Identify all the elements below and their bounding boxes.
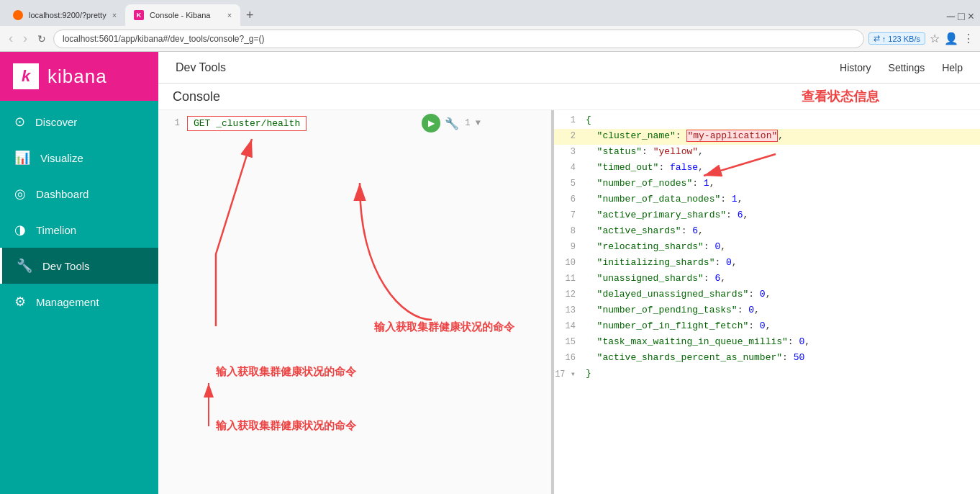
resp-line-15: 15 "task_max_waiting_in_queue_millis": 0…	[554, 335, 980, 351]
resp-content-3: "status": "yellow",	[583, 145, 707, 158]
line-id-1: 1 ▼	[465, 118, 481, 128]
network-speed: ↑ 123 KB/s	[882, 35, 920, 43]
dashboard-label: Dashboard	[36, 188, 89, 200]
sidebar-item-devtools[interactable]: 🔧 Dev Tools	[0, 248, 158, 284]
menu-icon[interactable]: ⋮	[963, 32, 974, 45]
resp-line-13: 13 "number_of_pending_tasks": 0,	[554, 303, 980, 319]
resp-linenum-15: 15	[554, 335, 583, 347]
resp-line-10: 10 "initializing_shards": 0,	[554, 256, 980, 271]
sidebar-item-dashboard[interactable]: ◎ Dashboard	[0, 176, 158, 212]
response-content: 1 { 2 "cluster_name": "my-application",	[554, 110, 980, 385]
resp-line-1: 1 {	[554, 113, 980, 129]
back-button[interactable]: ‹	[6, 30, 16, 48]
maximize-button[interactable]: □	[958, 10, 965, 23]
console-split: 1 GET _cluster/health ▶ 🔧 1 ▼	[158, 110, 980, 494]
annotation-bottom-area: 输入获取集群健康状况的命令	[201, 376, 345, 436]
timelion-label: Timelion	[36, 224, 76, 236]
discover-icon: ⊙	[14, 114, 25, 130]
resp-line-9: 9 "relocating_shards": 0,	[554, 240, 980, 256]
address-bar[interactable]: localhost:5601/app/kibana#/dev_tools/con…	[53, 30, 864, 48]
bottom-annotation-text: 输入获取集群健康状况的命令	[216, 365, 356, 379]
browser-tabs-bar: localhost:9200/?pretty × K Console - Kib…	[0, 0, 980, 26]
tab2-close[interactable]: ×	[227, 11, 232, 19]
resp-content-16: "active_shards_percent_as_number": 50	[583, 351, 807, 364]
sidebar: k kibana ⊙ Discover 📊 Visualize ◎ Dashbo…	[0, 52, 158, 494]
minimize-button[interactable]: ─	[947, 10, 955, 23]
browser-toolbar: ‹ › ↻ localhost:5601/app/kibana#/dev_too…	[0, 26, 980, 52]
resp-line-8: 8 "active_shards": 6,	[554, 224, 980, 240]
command-text: GET _cluster/health	[194, 118, 300, 129]
help-button[interactable]: Help	[942, 62, 963, 73]
resp-linenum-12: 12	[554, 287, 583, 300]
close-button[interactable]: ×	[968, 10, 974, 23]
tab1-close[interactable]: ×	[112, 11, 117, 19]
resp-line-5: 5 "number_of_nodes": 1,	[554, 176, 980, 192]
run-button[interactable]: ▶	[422, 114, 440, 133]
kibana-logo-icon: k	[13, 63, 39, 89]
management-label: Management	[36, 296, 99, 308]
resp-content-4: "timed_out": false,	[583, 161, 707, 174]
annotation-top: 查看状态信息	[802, 88, 879, 105]
sidebar-item-timelion[interactable]: ◑ Timelion	[0, 212, 158, 248]
bookmark-icon[interactable]: ☆	[930, 32, 940, 45]
forward-button[interactable]: ›	[20, 30, 30, 48]
resp-linenum-1: 1	[554, 113, 583, 125]
browser-tab-1[interactable]: localhost:9200/?pretty ×	[4, 4, 125, 26]
history-button[interactable]: History	[840, 62, 871, 73]
sidebar-logo: k kibana	[0, 52, 158, 101]
resp-content-8: "active_shards": 6,	[583, 224, 707, 238]
sidebar-nav: ⊙ Discover 📊 Visualize ◎ Dashboard ◑ Tim…	[0, 101, 158, 320]
resp-linenum-6: 6	[554, 192, 583, 205]
console-title-bar: Console 查看状态信息	[158, 84, 980, 110]
resp-content-10: "initializing_shards": 0,	[583, 256, 740, 269]
resp-content-11: "unassigned_shards": 6,	[583, 271, 729, 285]
resp-line-4: 4 "timed_out": false,	[554, 161, 980, 176]
new-tab-button[interactable]: +	[240, 4, 260, 26]
resp-linenum-2: 2	[554, 129, 583, 141]
visualize-icon: 📊	[14, 150, 30, 166]
editor-line-1: 1 GET _cluster/health ▶ 🔧 1 ▼	[158, 113, 551, 133]
kibana-logo-text: kibana	[47, 66, 107, 88]
resp-linenum-4: 4	[554, 161, 583, 173]
resp-line-11: 11 "unassigned_shards": 6,	[554, 271, 980, 287]
resp-content-1: {	[583, 113, 594, 127]
app-container: k kibana ⊙ Discover 📊 Visualize ◎ Dashbo…	[0, 52, 980, 494]
resp-linenum-11: 11	[554, 271, 583, 284]
resp-line-3: 3 "status": "yellow",	[554, 145, 980, 161]
sidebar-item-visualize[interactable]: 📊 Visualize	[0, 140, 158, 176]
sidebar-item-discover[interactable]: ⊙ Discover	[0, 104, 158, 140]
settings-button[interactable]: Settings	[889, 62, 925, 73]
resp-linenum-14: 14	[554, 319, 583, 331]
line-number-1: 1	[158, 118, 187, 128]
resp-line-16: 16 "active_shards_percent_as_number": 50	[554, 351, 980, 367]
address-text: localhost:5601/app/kibana#/dev_tools/con…	[63, 34, 265, 44]
devtools-label: Dev Tools	[42, 260, 90, 272]
response-pane: 1 { 2 "cluster_name": "my-application",	[554, 110, 980, 494]
resp-content-5: "number_of_nodes": 1,	[583, 176, 717, 190]
tab1-favicon	[13, 10, 23, 20]
annotation-arrow: 输入获取集群健康状况的命令	[201, 376, 345, 436]
resp-content-14: "number_of_in_flight_fetch": 0,	[583, 319, 773, 333]
resp-linenum-5: 5	[554, 176, 583, 189]
resp-linenum-13: 13	[554, 303, 583, 315]
resp-linenum-7: 7	[554, 208, 583, 220]
refresh-button[interactable]: ↻	[35, 32, 49, 46]
tab2-favicon: K	[134, 10, 144, 20]
resp-linenum-17: 17 ▾	[554, 367, 583, 380]
devtools-actions: History Settings Help	[840, 62, 963, 73]
browser-tab-2[interactable]: K Console - Kibana ×	[125, 4, 240, 26]
sync-icon: ⇄	[874, 34, 880, 43]
tab2-label: Console - Kibana	[150, 11, 222, 19]
resp-linenum-9: 9	[554, 240, 583, 252]
resp-content-9: "relocating_shards": 0,	[583, 240, 729, 253]
resp-content-6: "number_of_data_nodes": 1,	[583, 192, 745, 206]
annotation-bottom-text: 输入获取集群健康状况的命令	[216, 419, 356, 433]
console-area: Console 查看状态信息 1 GET _cluster/health ▶	[158, 84, 980, 494]
wrench-button[interactable]: 🔧	[445, 117, 459, 130]
profile-icon[interactable]: 👤	[944, 32, 958, 45]
timelion-icon: ◑	[14, 222, 26, 238]
sidebar-item-management[interactable]: ⚙ Management	[0, 284, 158, 320]
discover-label: Discover	[35, 116, 77, 128]
resp-line-7: 7 "active_primary_shards": 6,	[554, 208, 980, 224]
resp-line-12: 12 "delayed_unassigned_shards": 0,	[554, 287, 980, 303]
